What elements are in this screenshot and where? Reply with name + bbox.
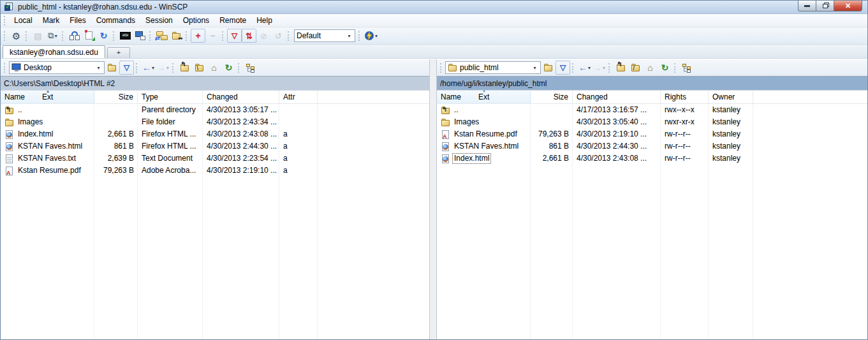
remote-refresh-button[interactable]: ↻ <box>658 61 672 75</box>
column-header-type[interactable]: Type <box>138 91 203 103</box>
pdf-icon: A <box>441 129 451 140</box>
filter-button[interactable]: ▽ <box>227 29 242 43</box>
column-header-size[interactable]: Size <box>531 91 573 103</box>
file-row[interactable]: AKstan Resume.pdf79,263 BAdobe Acroba...… <box>1 165 429 177</box>
synchronize-button[interactable]: ⇄ <box>154 29 169 43</box>
file-row[interactable]: Index.html2,661 B4/30/2013 2:43:08 ...rw… <box>437 152 867 165</box>
remote-home-button[interactable]: ⌂ <box>643 61 658 75</box>
file-row[interactable]: KSTAN Faves.html861 B4/30/2013 2:44:30 .… <box>437 140 867 152</box>
open-console-button[interactable]: HOH <box>118 29 133 43</box>
refresh-button[interactable]: ↻ <box>96 29 111 43</box>
add-button[interactable]: + <box>191 29 205 43</box>
remote-filter-button[interactable]: ▽ <box>555 61 570 75</box>
local-home-button[interactable]: ⌂ <box>207 61 221 75</box>
close-icon: ✕ <box>845 2 851 10</box>
remote-back-button[interactable]: ←▾ <box>577 61 592 75</box>
open-terminal-button[interactable] <box>133 29 147 43</box>
local-open-directory-button[interactable] <box>105 61 119 75</box>
file-row[interactable]: ↰..Parent directory4/30/2013 3:05:17 ... <box>1 104 429 116</box>
file-row[interactable]: KSTAN Faves.html861 BFirefox HTML ...4/3… <box>1 140 429 152</box>
menu-item-remote[interactable]: Remote <box>214 15 251 26</box>
computer-window-icon <box>135 31 145 40</box>
file-row[interactable]: KSTAN Faves.txt2,639 BText Document4/30/… <box>1 152 429 165</box>
restore-button[interactable] <box>816 1 834 11</box>
column-header-ext[interactable]: Ext <box>478 92 489 101</box>
column-header-changed[interactable]: Changed <box>573 91 661 103</box>
chevron-down-icon: ▾ <box>531 65 538 71</box>
local-tree-button[interactable] <box>243 61 258 75</box>
file-row[interactable]: ↰..4/17/2013 3:16:57 ...rwx--x--xkstanle… <box>437 104 867 116</box>
cell-changed: 4/30/2013 2:23:54 ... <box>203 152 279 165</box>
remote-path-bar[interactable]: /home/ug/i/kstanley/public_html <box>437 76 867 90</box>
column-header-filler <box>753 91 867 103</box>
compare-directories-button[interactable] <box>82 29 96 43</box>
pdf-icon: A <box>4 166 15 176</box>
cell-type: Firefox HTML ... <box>138 140 203 152</box>
file-row[interactable]: AKstan Resume.pdf79,263 B4/30/2013 2:19:… <box>437 128 867 140</box>
panel-splitter[interactable] <box>429 59 437 339</box>
column-header-size[interactable]: Size <box>94 91 138 103</box>
file-row[interactable]: Images4/30/2013 3:05:40 ...rwxr-xr-xksta… <box>437 116 867 128</box>
sort-descending-icon: ▾ <box>483 90 485 94</box>
local-back-button[interactable]: ←▾ <box>141 61 156 75</box>
cell-attr: a <box>279 128 318 140</box>
column-header-name[interactable]: Name Ext ▾ <box>437 91 531 103</box>
tree-icon <box>246 63 255 73</box>
cell-rights: rw-r--r-- <box>661 152 709 165</box>
synchronize-panels-button[interactable] <box>67 29 82 43</box>
titlebar[interactable]: ↙ public_html - kstanley@rohan.sdsu.edu … <box>1 1 867 14</box>
file-row[interactable]: Index.html2,661 BFirefox HTML ...4/30/20… <box>1 128 429 140</box>
toolbar-gripper <box>238 63 241 73</box>
local-filter-button[interactable]: ▽ <box>119 61 134 75</box>
remote-tree-button[interactable] <box>679 61 694 75</box>
local-parent-directory-button[interactable]: ↰ <box>177 61 192 75</box>
cell-type: File folder <box>138 116 203 128</box>
home-icon: ⌂ <box>647 63 652 73</box>
remote-root-directory-button[interactable]: / <box>628 61 643 75</box>
lightning-dropdown-button[interactable]: ▾ <box>364 29 378 43</box>
column-header-attr[interactable]: Attr <box>279 91 318 103</box>
column-header-changed[interactable]: Changed <box>203 91 279 103</box>
transfer-settings-combo[interactable]: Default ▾ <box>294 29 355 42</box>
cell-size <box>94 116 138 128</box>
new-session-tab-button[interactable]: + <box>107 47 130 58</box>
sort-transfer-button[interactable]: ⇅ <box>242 29 256 43</box>
remote-parent-directory-button[interactable]: ↰ <box>614 61 628 75</box>
file-row[interactable]: ImagesFile folder4/30/2013 2:43:34 ... <box>1 116 429 128</box>
menu-item-help[interactable]: Help <box>251 15 277 26</box>
local-drive-combo[interactable]: Desktop ▾ <box>9 61 105 74</box>
remote-open-directory-button[interactable] <box>541 61 555 75</box>
cell-name: KSTAN Faves.txt <box>1 152 94 165</box>
menu-item-options[interactable]: Options <box>178 15 214 26</box>
close-button[interactable]: ✕ <box>834 1 862 11</box>
menu-item-session[interactable]: Session <box>140 15 178 26</box>
menu-item-mark[interactable]: Mark <box>38 15 65 26</box>
duplicate-session-button[interactable]: ⧉▾ <box>45 29 60 43</box>
column-header-owner[interactable]: Owner <box>709 91 753 103</box>
column-header-ext[interactable]: Ext <box>42 92 53 101</box>
column-header-name[interactable]: Name Ext ▴ <box>1 91 94 103</box>
menu-item-files[interactable]: Files <box>64 15 91 26</box>
toolbar-gripper <box>4 63 7 73</box>
remote-selector-value: public_html <box>460 63 529 72</box>
minimize-button[interactable] <box>798 1 816 11</box>
find-files-button[interactable]: ●● <box>169 29 184 43</box>
remote-directory-combo[interactable]: public_html ▾ <box>445 61 541 74</box>
local-refresh-button[interactable]: ↻ <box>221 61 236 75</box>
menu-item-commands[interactable]: Commands <box>91 15 140 26</box>
menu-bar: LocalMarkFilesCommandsSessionOptionsRemo… <box>1 14 867 27</box>
cell-name: KSTAN Faves.html <box>1 140 94 152</box>
chevron-down-icon: ▾ <box>95 65 102 71</box>
parent-folder-icon: ↰ <box>616 63 626 73</box>
parent-folder-icon: ↰ <box>180 63 190 73</box>
session-tab[interactable]: kstanley@rohan.sdsu.edu <box>3 45 105 58</box>
local-root-directory-button[interactable]: \ <box>192 61 207 75</box>
local-selector-value: Desktop <box>24 63 93 72</box>
menu-item-local[interactable]: Local <box>9 15 38 26</box>
preferences-button[interactable]: ⚙ <box>9 29 24 43</box>
file-name: Index.html <box>17 129 54 139</box>
cell-name: ↰.. <box>1 104 94 116</box>
plus-icon: + <box>195 31 200 41</box>
column-header-rights[interactable]: Rights <box>661 91 709 103</box>
local-path-bar[interactable]: C:\Users\Sam\Desktop\HTML #2 <box>1 76 429 90</box>
